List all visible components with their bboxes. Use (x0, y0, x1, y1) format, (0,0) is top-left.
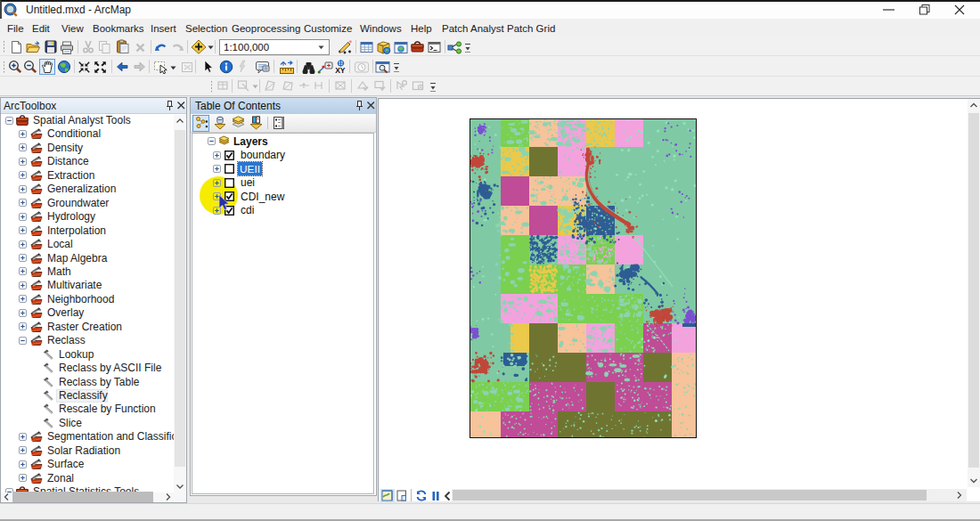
svg-text:XY: XY (335, 66, 346, 75)
